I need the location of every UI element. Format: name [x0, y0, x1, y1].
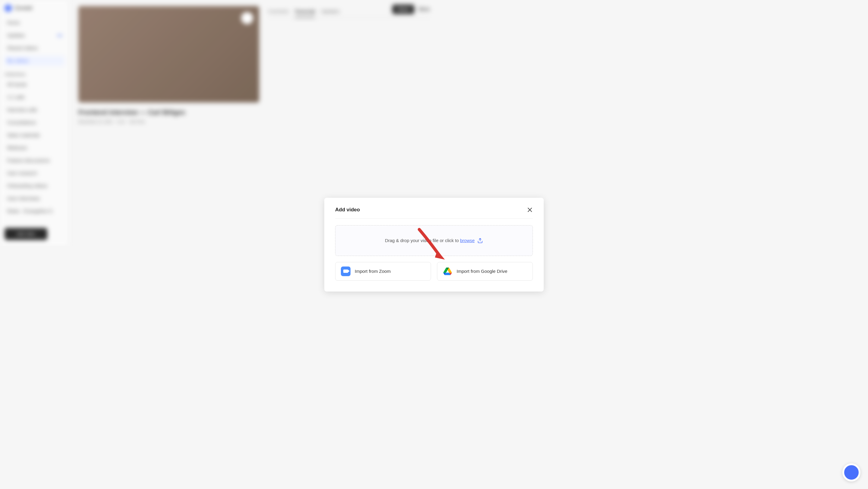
- add-video-modal: Add video Drag & drop your video file or…: [324, 198, 439, 246]
- modal-header: Add video: [335, 207, 439, 219]
- modal-title: Add video: [335, 207, 360, 213]
- video-dropzone[interactable]: Drag & drop your video file or click to …: [335, 225, 439, 246]
- dropzone-text: Drag & drop your video file or click to …: [385, 238, 439, 243]
- modal-overlay: Add video Drag & drop your video file or…: [0, 0, 439, 246]
